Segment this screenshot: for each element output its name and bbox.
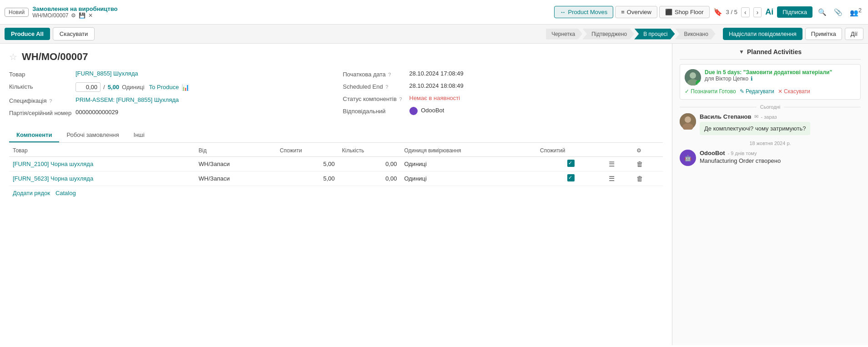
vasyl-avatar-image: [680, 113, 696, 130]
row1-list-action[interactable]: ☰: [605, 157, 633, 171]
chat-today-divider: Сьогодні: [680, 104, 861, 110]
activity-assignee: для Віктор Цепко ℹ: [705, 75, 832, 82]
next-record-button[interactable]: ›: [753, 7, 762, 17]
overview-icon: ≡: [621, 9, 625, 15]
table-row: [FURN_5623] Чорна шухляда WH/Запаси 5,00…: [9, 171, 663, 186]
bookmark-icon[interactable]: 🔖: [713, 8, 722, 16]
chat-message-odoobot: 🤖 OdooBot - 9 днів тому Manufacturing Or…: [680, 150, 861, 166]
start-date-value[interactable]: 28.10.2024 17:08:49: [409, 70, 464, 77]
comp-status-value: Немає в наявності: [409, 95, 460, 101]
activity-card-header: Due in 5 days: "Замовити додаткові матер…: [685, 69, 856, 85]
mark-done-button[interactable]: ✓ Позначити Готово: [685, 88, 736, 95]
col-product: Товар: [9, 145, 195, 157]
product-field-row: Товар [FURN_8855] Шухляда: [9, 70, 329, 78]
action-bar: Produce All Скасувати Чернетка Підтвердж…: [0, 25, 868, 44]
attach-icon[interactable]: 📎: [832, 6, 844, 18]
product-value[interactable]: [FURN_8855] Шухляда: [76, 70, 138, 77]
vasyl-avatar: [680, 113, 696, 130]
status-in-progress[interactable]: В процесі: [634, 29, 675, 40]
activity-title-quoted: "Замовити додаткові матеріали": [743, 69, 832, 75]
status-done[interactable]: Виконано: [675, 29, 716, 40]
start-date-field-row: Початкова дата ? 28.10.2024 17:08:49: [343, 70, 663, 78]
delete-icon-button[interactable]: 🗑: [636, 175, 643, 182]
product-moves-button[interactable]: ↔ Product Moves: [554, 6, 614, 18]
cancel-button[interactable]: Скасувати: [53, 27, 95, 40]
catalog-button[interactable]: Catalog: [56, 190, 76, 196]
odoobot-avatar-small: [409, 107, 418, 115]
qty-divider: /: [103, 84, 105, 91]
row2-product[interactable]: [FURN_5623] Чорна шухляда: [9, 171, 195, 186]
status-confirmed[interactable]: Підтверджено: [582, 29, 634, 40]
prev-record-button[interactable]: ‹: [741, 7, 750, 17]
breadcrumb-current: WH/MO/00007: [32, 12, 68, 19]
top-nav-right: 🔖 3 / 5 ‹ › Ai Підписка 🔍 📎 👥2: [713, 5, 863, 19]
row1-delete[interactable]: 🗑: [633, 157, 663, 171]
shop-floor-icon: ⬛: [665, 9, 672, 15]
comp-status-help-icon[interactable]: ?: [399, 96, 402, 102]
favorite-star-icon[interactable]: ☆: [9, 51, 17, 62]
table-row: [FURN_2100] Чорна шухляда WH/Запаси 5,00…: [9, 157, 663, 171]
actions-button[interactable]: Дії: [845, 28, 863, 40]
delete-icon-button[interactable]: 🗑: [636, 160, 643, 168]
row2-list-action[interactable]: ☰: [605, 171, 633, 186]
checkbox-icon: [567, 160, 575, 167]
row1-consume[interactable]: 5,00: [276, 157, 338, 171]
quantity-label: Кількість: [9, 82, 73, 90]
save-icon[interactable]: 💾: [79, 12, 86, 19]
lot-field-row: Партія/серійний номер 0000000000029: [9, 109, 329, 116]
record-counter: 3 / 5: [726, 9, 737, 15]
send-message-button[interactable]: Надіслати повідомлення: [723, 28, 802, 40]
subscribe-button[interactable]: Підписка: [777, 6, 812, 18]
graph-icon[interactable]: 📊: [182, 84, 189, 91]
list-icon-button[interactable]: ☰: [609, 160, 615, 168]
qty-total[interactable]: 5,00: [108, 84, 119, 91]
spec-help-icon[interactable]: ?: [49, 98, 52, 104]
status-draft[interactable]: Чернетка: [546, 29, 582, 40]
discard-icon[interactable]: ✕: [88, 12, 93, 19]
shop-floor-button[interactable]: ⬛ Shop Floor: [659, 6, 710, 18]
shop-floor-label: Shop Floor: [675, 9, 704, 15]
search-icon[interactable]: 🔍: [816, 6, 828, 18]
gear-icon[interactable]: ⚙: [71, 12, 76, 19]
row2-delete[interactable]: 🗑: [633, 171, 663, 186]
sched-end-help-icon[interactable]: ?: [385, 84, 388, 90]
table-footer: Додати рядок Catalog: [9, 186, 663, 200]
overview-button[interactable]: ≡ Overview: [615, 6, 657, 18]
row2-unit: Одиниці: [400, 171, 536, 186]
main-container: ☆ WH/MO/00007 Товар [FURN_8855] Шухляда …: [0, 44, 868, 345]
assignee-name: Віктор Цепко: [716, 75, 748, 82]
produce-all-button[interactable]: Produce All: [5, 28, 50, 40]
table-settings-icon[interactable]: ⚙: [633, 145, 663, 157]
users-icon[interactable]: 👥2: [848, 5, 863, 19]
page-title: WH/MO/00007: [22, 51, 88, 63]
row2-consume[interactable]: 5,00: [276, 171, 338, 186]
overview-label: Overview: [627, 9, 651, 15]
responsible-value: OdooBot: [409, 107, 444, 115]
row1-product[interactable]: [FURN_2100] Чорна шухляда: [9, 157, 195, 171]
row2-checked[interactable]: [536, 171, 605, 186]
to-produce-button[interactable]: To Produce: [149, 84, 179, 91]
ai-icon[interactable]: Ai: [765, 7, 773, 17]
spec-value[interactable]: PRIM-ASSEM: [FURN_8855] Шухляда: [76, 96, 179, 103]
edit-activity-button[interactable]: ✎ Редагувати: [740, 88, 774, 95]
vasyl-email-icon[interactable]: ✉: [754, 114, 758, 120]
quantity-field-row: Кількість / 5,00 Одиниці To Produce 📊: [9, 82, 329, 92]
list-icon-button[interactable]: ☰: [609, 175, 615, 183]
tab-other[interactable]: Інші: [126, 128, 152, 142]
svg-point-4: [685, 116, 691, 123]
start-date-help-icon[interactable]: ?: [388, 72, 391, 77]
note-button[interactable]: Примітка: [805, 28, 842, 40]
form-col-left: Товар [FURN_8855] Шухляда Кількість / 5,…: [9, 70, 329, 121]
row1-from: WH/Запаси: [195, 157, 277, 171]
collapse-icon[interactable]: ▼: [739, 49, 744, 55]
qty-current-input[interactable]: [76, 82, 101, 92]
add-row-button[interactable]: Додати рядок: [13, 190, 50, 196]
odoobot-message-content: OdooBot - 9 днів тому Manufacturing Orde…: [700, 150, 781, 164]
svg-point-1: [690, 72, 696, 79]
breadcrumb-parent[interactable]: Замовлення на виробництво: [32, 5, 550, 12]
info-icon[interactable]: ℹ: [751, 75, 753, 82]
tab-components[interactable]: Компоненти: [9, 128, 59, 142]
cancel-activity-button[interactable]: ✕ Скасувати: [778, 88, 810, 95]
row1-checked[interactable]: [536, 157, 605, 171]
tab-work-orders[interactable]: Робочі замовлення: [59, 128, 126, 142]
